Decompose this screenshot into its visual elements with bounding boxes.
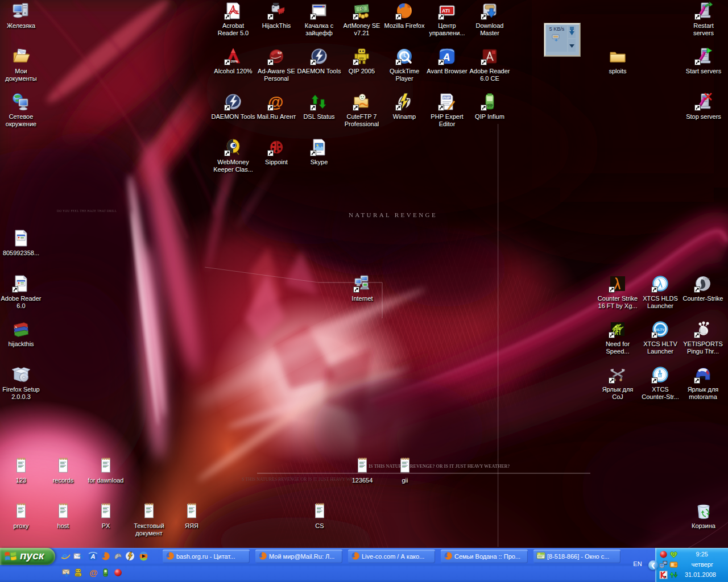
svg-text:DO YOU FEEL THE HAZE THAT DRIL: DO YOU FEEL THE HAZE THAT DRILL	[57, 209, 117, 213]
svg-text:qip: qip	[76, 573, 80, 576]
svg-text:A: A	[90, 553, 96, 560]
svg-text:e: e	[62, 551, 67, 561]
svg-text:NATURAL REVENGE: NATURAL REVENGE	[349, 211, 437, 218]
svg-text:qip: qip	[104, 573, 108, 576]
svg-text:@: @	[89, 568, 98, 577]
